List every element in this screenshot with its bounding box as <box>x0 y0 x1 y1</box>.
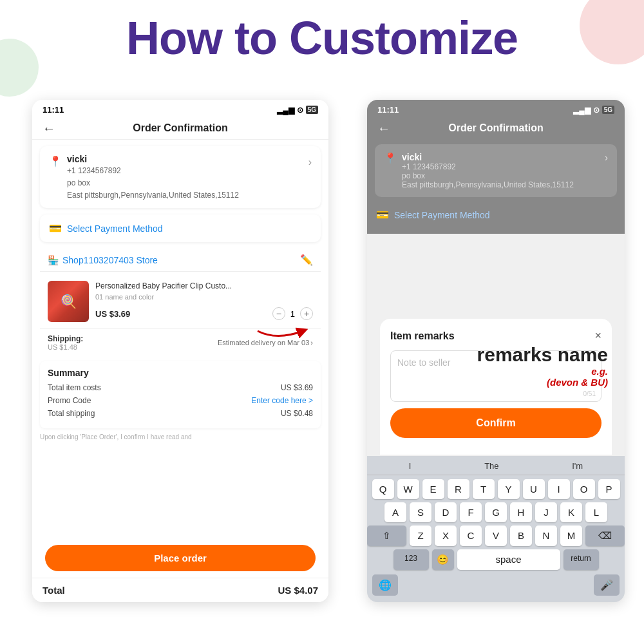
key-b[interactable]: B <box>510 526 532 546</box>
key-r[interactable]: R <box>448 479 469 499</box>
right-pin-icon: 📍 <box>384 152 397 164</box>
char-count: 0/51 <box>583 390 596 397</box>
key-f[interactable]: F <box>460 502 482 522</box>
address-chevron[interactable]: › <box>308 156 312 168</box>
keyboard: I The I'm Q W E R T Y U I O P A S D F G … <box>367 456 625 602</box>
right-back-arrow[interactable]: ← <box>377 121 390 136</box>
key-g[interactable]: G <box>485 502 507 522</box>
modal-title: Item remarks <box>390 330 455 342</box>
right-address-phone: +1 1234567892 <box>402 162 574 171</box>
main-title: How to Customize <box>0 12 644 64</box>
store-name[interactable]: Shop1103207403 Store <box>62 255 158 265</box>
right-signal-icon: ▂▄▆ <box>573 106 591 115</box>
key-h[interactable]: H <box>510 502 532 522</box>
key-t[interactable]: T <box>473 479 495 499</box>
key-delete[interactable]: ⌫ <box>585 526 625 546</box>
product-image: 🍭 <box>48 281 89 322</box>
item-costs-value: US $3.69 <box>281 383 313 392</box>
key-shift[interactable]: ⇧ <box>367 526 406 546</box>
key-o[interactable]: O <box>573 479 595 499</box>
key-p[interactable]: P <box>598 479 620 499</box>
total-shipping-label: Total shipping <box>48 409 95 418</box>
right-time: 11:11 <box>377 105 399 115</box>
key-y[interactable]: Y <box>498 479 520 499</box>
address-phone: +1 1234567892 <box>67 166 239 176</box>
right-address-city: East pittsburgh,Pennsylvania,United Stat… <box>402 180 574 189</box>
arrow-annotation <box>251 316 309 344</box>
summary-item-costs-row: Total item costs US $3.69 <box>48 383 313 392</box>
signal-icon: ▂▄▆ <box>277 106 294 115</box>
key-s[interactable]: S <box>410 502 431 522</box>
remarks-annotation: remarks name e.g. (devon & BU) <box>477 344 608 388</box>
left-page-header: ← Order Confirmation <box>32 117 328 140</box>
remarks-example-text: (devon & BU) <box>477 377 608 388</box>
pin-icon: 📍 <box>49 155 62 167</box>
key-x[interactable]: X <box>435 526 457 546</box>
store-header: 🏪 Shop1103207403 Store ✏️ <box>40 249 321 272</box>
place-order-button[interactable]: Place order <box>45 545 316 571</box>
key-e[interactable]: E <box>422 479 444 499</box>
key-mic[interactable]: 🎤 <box>594 574 620 596</box>
key-return[interactable]: return <box>564 549 599 570</box>
confirm-button[interactable]: Confirm <box>390 408 601 438</box>
suggestion-i[interactable]: I <box>409 461 412 471</box>
key-d[interactable]: D <box>435 502 457 522</box>
key-k[interactable]: K <box>560 502 582 522</box>
left-status-bar: 11:11 ▂▄▆ ⊙ 5G <box>32 100 328 117</box>
promo-value[interactable]: Enter code here > <box>251 396 313 405</box>
suggestion-the[interactable]: The <box>484 461 498 471</box>
key-w[interactable]: W <box>397 479 419 499</box>
key-l[interactable]: L <box>585 502 607 522</box>
item-remarks-modal: Item remarks × Note to seller 0/51 remar… <box>380 319 612 455</box>
key-space[interactable]: space <box>457 549 560 570</box>
payment-text[interactable]: Select Payment Method <box>67 223 163 234</box>
item-costs-label: Total item costs <box>48 383 101 392</box>
left-back-arrow[interactable]: ← <box>43 121 55 136</box>
key-n[interactable]: N <box>535 526 557 546</box>
key-emoji[interactable]: 😊 <box>432 549 454 570</box>
keyboard-row-1: Q W E R T Y U I O P <box>367 479 625 499</box>
left-phone-screenshot: 11:11 ▂▄▆ ⊙ 5G ← Order Confirmation 📍 vi… <box>32 100 328 602</box>
right-address-card: 📍 vicki +1 1234567892 po box East pittsb… <box>375 144 617 197</box>
right-page-title: Order Confirmation <box>448 122 544 134</box>
right-page-header: ← Order Confirmation <box>367 117 625 139</box>
note-placeholder: Note to seller <box>397 357 450 368</box>
key-i[interactable]: I <box>548 479 570 499</box>
right-address-name: vicki <box>402 152 574 162</box>
right-phone-screenshot: 11:11 ▂▄▆ ⊙ 5G ← Order Confirmation 📍 vi… <box>367 100 625 602</box>
battery-icon: 5G <box>306 106 318 114</box>
key-globe[interactable]: 🌐 <box>372 574 398 596</box>
key-u[interactable]: U <box>523 479 545 499</box>
right-status-bar: 11:11 ▂▄▆ ⊙ 5G <box>367 100 625 117</box>
product-info: Personalized Baby Pacifier Clip Custo...… <box>95 281 313 320</box>
summary-section: Summary Total item costs US $3.69 Promo … <box>40 361 321 428</box>
summary-promo-row[interactable]: Promo Code Enter code here > <box>48 396 313 405</box>
modal-header: Item remarks × <box>390 329 601 343</box>
address-city: East pittsburgh,Pennsylvania,United Stat… <box>67 190 239 201</box>
right-payment-section[interactable]: 💳 Select Payment Method <box>367 202 625 227</box>
key-m[interactable]: M <box>560 526 582 546</box>
remarks-name-text: remarks name <box>477 344 608 366</box>
key-q[interactable]: Q <box>372 479 394 499</box>
right-payment-text: Select Payment Method <box>394 210 490 220</box>
product-image-inner: 🍭 <box>48 281 89 322</box>
edit-icon[interactable]: ✏️ <box>300 254 313 266</box>
modal-close-button[interactable]: × <box>594 329 601 343</box>
key-a[interactable]: A <box>384 502 406 522</box>
key-z[interactable]: Z <box>410 526 431 546</box>
key-123[interactable]: 123 <box>393 549 429 570</box>
total-value: US $4.07 <box>278 585 318 596</box>
payment-icon: 💳 <box>49 222 62 234</box>
footer-note: Upon clicking 'Place Order', I confirm I… <box>40 433 321 440</box>
address-name: vicki <box>67 154 239 164</box>
left-page-title: Order Confirmation <box>133 122 228 134</box>
key-j[interactable]: J <box>535 502 557 522</box>
key-c[interactable]: C <box>460 526 482 546</box>
payment-section[interactable]: 💳 Select Payment Method <box>40 214 321 242</box>
total-bar: Total US $4.07 <box>32 578 328 602</box>
suggestion-im[interactable]: I'm <box>572 461 583 471</box>
key-v[interactable]: V <box>485 526 507 546</box>
shipping-label: Shipping: <box>48 334 83 343</box>
right-address-chevron[interactable]: › <box>605 152 608 164</box>
product-price: US $3.69 <box>95 309 130 319</box>
